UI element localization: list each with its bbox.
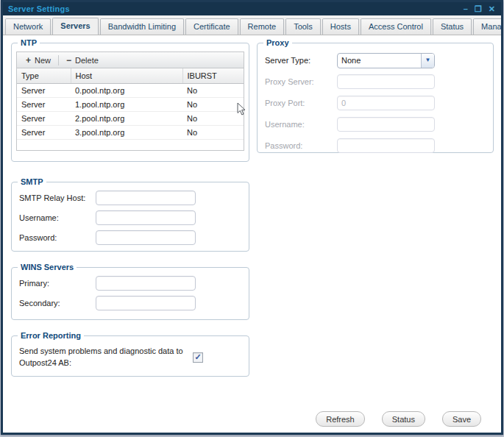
smtp-label-password: Password:: [19, 233, 96, 242]
tab-network[interactable]: Network: [5, 18, 51, 35]
proxy-label-username: Username:: [265, 120, 337, 129]
proxy-label-proxy-port: Proxy Port:: [265, 99, 337, 107]
ntp-column-header-iburst[interactable]: IBURST: [182, 68, 244, 83]
wins-fields: Primary:Secondary:: [12, 275, 249, 311]
proxy-label-password: Password:: [265, 141, 337, 150]
ntp-table-body: Server0.pool.ntp.orgNoServer1.pool.ntp.o…: [17, 83, 244, 139]
table-cell: 3.pool.ntp.org: [71, 125, 182, 139]
proxy-input-password: [337, 138, 435, 153]
minimize-icon[interactable]: –: [464, 5, 468, 13]
proxy-input-proxy-port: [337, 96, 435, 110]
proxy-row-server-type: Server Type:None▼: [265, 52, 493, 68]
proxy-section: Proxy Server Type:None▼Proxy Server:Prox…: [257, 38, 494, 153]
ntp-new-label: New: [35, 56, 51, 65]
proxy-row-proxy-port: Proxy Port:: [265, 95, 493, 111]
table-row[interactable]: Server3.pool.ntp.orgNo: [17, 125, 244, 139]
smtp-fields: SMTP Relay Host:Username:Password:: [12, 190, 249, 246]
ntp-table-empty-area: [17, 140, 244, 150]
wins-label-primary: Primary:: [19, 279, 96, 288]
chevron-down-icon[interactable]: ▼: [421, 54, 434, 68]
error-reporting-label: Send system problems and diagnostic data…: [19, 346, 187, 369]
wins-input-secondary[interactable]: [96, 296, 196, 310]
wins-section: WINS Servers Primary:Secondary:: [11, 263, 249, 320]
tab-servers[interactable]: Servers: [52, 18, 98, 35]
tab-remote[interactable]: Remote: [240, 18, 285, 35]
proxy-row-password: Password:: [265, 138, 493, 154]
wins-input-primary[interactable]: [96, 276, 196, 291]
proxy-input-username: [337, 117, 435, 132]
tab-bandwidth-limiting[interactable]: Bandwidth Limiting: [100, 18, 184, 35]
table-cell: Server: [17, 125, 71, 139]
table-cell: No: [182, 97, 244, 111]
table-cell: No: [182, 111, 244, 125]
table-cell: Server: [17, 111, 71, 125]
tab-certificate[interactable]: Certificate: [185, 18, 238, 35]
error-reporting-checkbox[interactable]: ✓: [193, 352, 203, 363]
table-cell: 2.pool.ntp.org: [71, 111, 182, 125]
ntp-column-header-type[interactable]: Type: [17, 68, 71, 83]
tab-hosts[interactable]: Hosts: [322, 18, 359, 35]
smtp-legend: SMTP: [18, 177, 46, 186]
ntp-table: TypeHostIBURST Server0.pool.ntp.orgNoSer…: [17, 68, 244, 140]
smtp-label-username: Username:: [19, 213, 96, 222]
ntp-new-button[interactable]: + New: [21, 54, 55, 66]
smtp-row-password: Password:: [19, 230, 249, 246]
wins-legend: WINS Servers: [18, 263, 77, 271]
ntp-legend: NTP: [18, 38, 40, 47]
ntp-column-header-host[interactable]: Host: [71, 68, 182, 83]
ntp-toolbar: + New − Delete: [17, 52, 244, 68]
content-area: NTP + New − Delete: [3, 36, 501, 433]
error-reporting-section: Error Reporting Send system problems and…: [11, 331, 249, 377]
tab-tools[interactable]: Tools: [285, 18, 321, 35]
tab-access-control[interactable]: Access Control: [361, 18, 431, 35]
toolbar-separator: [58, 55, 59, 65]
proxy-legend: Proxy: [263, 38, 292, 47]
table-cell: 0.pool.ntp.org: [71, 83, 182, 97]
status-button[interactable]: Status: [382, 411, 425, 427]
proxy-select-value: None: [338, 56, 421, 65]
proxy-row-proxy-server: Proxy Server:: [265, 74, 493, 90]
ntp-delete-button[interactable]: − Delete: [62, 54, 103, 66]
table-cell: Server: [17, 97, 71, 111]
smtp-input-username[interactable]: [96, 210, 196, 225]
table-cell: Server: [17, 83, 71, 97]
smtp-row-username: Username:: [19, 210, 249, 226]
table-cell: No: [182, 83, 244, 97]
minus-icon: −: [66, 56, 71, 65]
ntp-grid-panel: + New − Delete TypeHostIBURST: [16, 51, 244, 151]
checkmark-icon: ✓: [194, 353, 201, 361]
maximize-icon[interactable]: ❐: [475, 5, 482, 13]
wins-row-secondary: Secondary:: [19, 295, 249, 311]
error-reporting-legend: Error Reporting: [18, 331, 84, 340]
save-button[interactable]: Save: [442, 411, 481, 427]
proxy-select-server-type[interactable]: None▼: [337, 53, 435, 68]
table-cell: No: [182, 125, 244, 139]
smtp-row-smtp-relay-host: SMTP Relay Host:: [19, 190, 249, 206]
close-icon[interactable]: ✕: [489, 5, 495, 13]
proxy-label-proxy-server: Proxy Server:: [265, 77, 337, 86]
footer-button-bar: RefreshStatusSave: [316, 411, 481, 427]
tab-status[interactable]: Status: [433, 18, 472, 35]
ntp-delete-label: Delete: [75, 56, 99, 65]
wins-label-secondary: Secondary:: [19, 299, 96, 308]
ntp-table-header-row: TypeHostIBURST: [17, 68, 244, 83]
table-cell: 1.pool.ntp.org: [71, 97, 182, 111]
wins-row-primary: Primary:: [19, 275, 249, 291]
proxy-row-username: Username:: [265, 116, 493, 132]
refresh-button[interactable]: Refresh: [316, 411, 365, 427]
title-bar: Server Settings – ❐ ✕: [3, 2, 501, 15]
smtp-input-password[interactable]: [96, 230, 196, 245]
proxy-label-server-type: Server Type:: [265, 56, 337, 65]
window-title: Server Settings: [3, 4, 70, 13]
ntp-section: NTP + New − Delete: [11, 38, 249, 162]
tab-management[interactable]: Management: [473, 18, 501, 35]
plus-icon: +: [26, 56, 31, 65]
smtp-section: SMTP SMTP Relay Host:Username:Password:: [11, 177, 249, 252]
table-row[interactable]: Server1.pool.ntp.orgNo: [17, 97, 244, 111]
table-row[interactable]: Server2.pool.ntp.orgNo: [17, 111, 244, 125]
table-row[interactable]: Server0.pool.ntp.orgNo: [17, 83, 244, 97]
smtp-input-smtp-relay-host[interactable]: [96, 191, 196, 205]
tab-bar: NetworkServersBandwidth LimitingCertific…: [3, 15, 501, 35]
server-settings-window: Server Settings – ❐ ✕ NetworkServersBand…: [0, 0, 504, 437]
proxy-input-proxy-server: [337, 74, 435, 89]
